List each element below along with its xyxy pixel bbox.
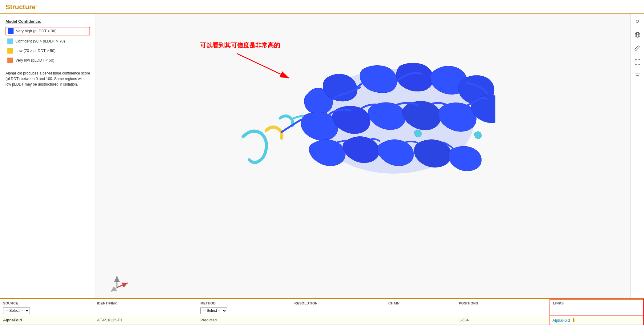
globe-button[interactable] — [633, 30, 642, 39]
cell-identifier: AF-P16125-F1 — [94, 316, 197, 325]
structure-table: SOURCE IDENTIFIER METHOD RESOLUTION CHAI… — [0, 299, 644, 325]
legend-item-confident: Confident (90 > pLDDT > 70) — [6, 38, 90, 45]
legend-item-very-low: Very low (pLDDT < 50) — [6, 57, 90, 64]
legend-color-low — [7, 48, 13, 54]
filter-button[interactable] — [633, 71, 642, 80]
cell-links[interactable]: AlphaFold ⬇ — [550, 316, 644, 325]
th-chain: CHAIN — [385, 299, 456, 306]
refresh-button[interactable]: ↺ — [633, 17, 642, 26]
chain-filter-cell — [385, 306, 456, 316]
cell-source: AlphaFold — [0, 316, 94, 325]
table-header-row: SOURCE IDENTIFIER METHOD RESOLUTION CHAI… — [0, 299, 644, 306]
alphafold-link-text: AlphaFold — [553, 318, 570, 323]
viewer-canvas[interactable]: 可以看到其可信度是非常高的 — [95, 14, 630, 298]
table-row: AlphaFold AF-P16125-F1 Predicted 1-334 A… — [0, 316, 644, 325]
cell-resolution — [291, 316, 385, 325]
links-filter-cell — [550, 306, 644, 316]
table-area: SOURCE IDENTIFIER METHOD RESOLUTION CHAI… — [0, 298, 644, 325]
legend-color-confident — [7, 38, 13, 44]
right-toolbar: ↺ — [630, 14, 644, 298]
protein-structure — [203, 32, 511, 211]
model-confidence-title: Model Confidence: — [6, 19, 90, 24]
expand-button[interactable] — [633, 57, 642, 66]
th-method: METHOD — [197, 299, 291, 306]
wrench-button[interactable] — [633, 44, 642, 53]
th-identifier: IDENTIFIER — [94, 299, 197, 306]
th-positions: POSITIONS — [456, 299, 550, 306]
download-icon: ⬇ — [572, 317, 576, 323]
th-links: LINKS — [550, 299, 644, 306]
svg-line-5 — [111, 288, 117, 292]
method-filter-cell[interactable]: -- Select -- — [197, 306, 291, 316]
cell-chain — [385, 316, 456, 325]
page-title-bar: Structurei — [0, 0, 644, 14]
legend-label-very-high: Very high (pLDDT > 90) — [16, 29, 56, 33]
method-select[interactable]: -- Select -- — [200, 307, 227, 314]
identifier-filter-cell — [94, 306, 197, 316]
legend-label-very-low: Very low (pLDDT < 50) — [15, 58, 54, 62]
svg-line-3 — [117, 283, 128, 288]
bottom-table-wrapper: SOURCE IDENTIFIER METHOD RESOLUTION CHAI… — [0, 299, 644, 325]
source-select[interactable]: -- Select -- — [3, 307, 30, 314]
page-title: Structurei — [6, 3, 37, 11]
protein-svg — [218, 38, 495, 204]
legend-item-very-high: Very high (pLDDT > 90) — [6, 27, 90, 35]
left-panel: Model Confidence: Very high (pLDDT > 90)… — [0, 14, 95, 298]
legend-items: Very high (pLDDT > 90) Confident (90 > p… — [6, 27, 90, 66]
legend-label-confident: Confident (90 > pLDDT > 70) — [15, 39, 65, 43]
cell-method: Predicted — [197, 316, 291, 325]
legend-item-low: Low (70 > pLDDT > 50) — [6, 47, 90, 54]
axis-indicator — [108, 271, 132, 295]
resolution-filter-cell — [291, 306, 385, 316]
th-resolution: RESOLUTION — [291, 299, 385, 306]
source-filter-cell[interactable]: -- Select -- — [0, 306, 94, 316]
confidence-description: AlphaFold produces a per-residue confide… — [6, 70, 90, 87]
viewer-area: 可以看到其可信度是非常高的 — [95, 14, 630, 298]
legend-color-very-high — [8, 28, 14, 34]
positions-filter-cell — [456, 306, 550, 316]
table-filter-row: -- Select -- -- Select -- — [0, 306, 644, 316]
th-source: SOURCE — [0, 299, 94, 306]
alphafold-link[interactable]: AlphaFold ⬇ — [553, 317, 641, 323]
cell-positions: 1-334 — [456, 316, 550, 325]
legend-color-very-low — [7, 58, 13, 63]
legend-label-low: Low (70 > pLDDT > 50) — [15, 49, 55, 53]
